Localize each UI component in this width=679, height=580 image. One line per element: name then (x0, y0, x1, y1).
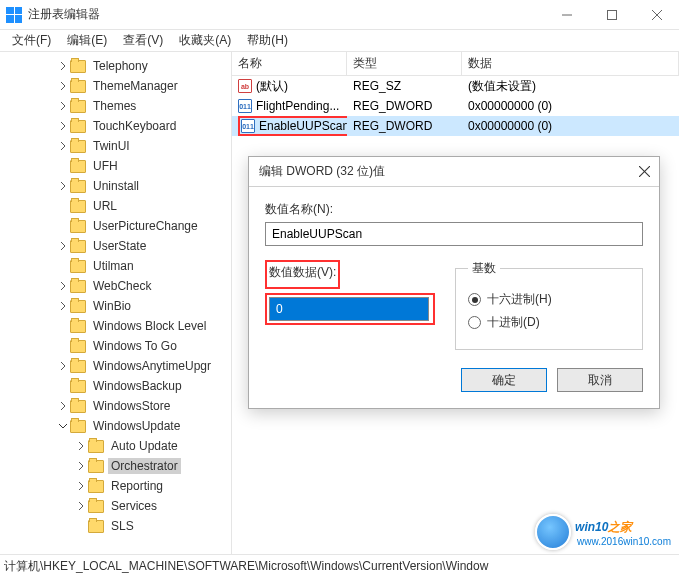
col-data[interactable]: 数据 (462, 52, 679, 75)
tree-item[interactable]: UserPictureChange (0, 216, 231, 236)
folder-icon (88, 500, 104, 513)
folder-icon (70, 180, 86, 193)
chevron-right-icon (56, 339, 70, 353)
tree-item[interactable]: WindowsUpdate (0, 416, 231, 436)
name-label: 数值名称(N): (265, 201, 643, 218)
tree-item[interactable]: WebCheck (0, 276, 231, 296)
dialog-close-button[interactable] (629, 157, 659, 187)
tree-item[interactable]: TouchKeyboard (0, 116, 231, 136)
tree-item-label: Telephony (90, 58, 151, 74)
data-input[interactable] (269, 297, 429, 321)
tree-item-label: SLS (108, 518, 137, 534)
list-row[interactable]: ab(默认)REG_SZ(数值未设置) (232, 76, 679, 96)
status-bar: 计算机\HKEY_LOCAL_MACHINE\SOFTWARE\Microsof… (0, 554, 679, 578)
tree-item-label: UserState (90, 238, 149, 254)
folder-icon (88, 520, 104, 533)
base-fieldset: 基数 十六进制(H) 十进制(D) (455, 260, 643, 350)
tree-item-label: UFH (90, 158, 121, 174)
chevron-right-icon[interactable] (56, 179, 70, 193)
col-type[interactable]: 类型 (347, 52, 462, 75)
tree-item-label: Windows Block Level (90, 318, 209, 334)
watermark-logo-icon (535, 514, 571, 550)
name-input[interactable] (265, 222, 643, 246)
maximize-button[interactable] (589, 0, 634, 30)
value-dword-icon: 011 (241, 119, 255, 133)
tree-item[interactable]: UserState (0, 236, 231, 256)
cancel-button[interactable]: 取消 (557, 368, 643, 392)
folder-icon (70, 360, 86, 373)
window-title: 注册表编辑器 (28, 6, 544, 23)
chevron-right-icon (56, 219, 70, 233)
tree-item[interactable]: Telephony (0, 56, 231, 76)
tree-item-label: Uninstall (90, 178, 142, 194)
tree-item[interactable]: UFH (0, 156, 231, 176)
ok-button[interactable]: 确定 (461, 368, 547, 392)
chevron-right-icon[interactable] (56, 139, 70, 153)
list-row[interactable]: 011EnableUUPScanREG_DWORD0x00000000 (0) (232, 116, 679, 136)
cell-data: (数值未设置) (462, 78, 679, 95)
close-button[interactable] (634, 0, 679, 30)
chevron-right-icon[interactable] (56, 59, 70, 73)
cell-type: REG_SZ (347, 79, 462, 93)
chevron-right-icon[interactable] (74, 499, 88, 513)
chevron-right-icon[interactable] (56, 359, 70, 373)
tree-item[interactable]: Reporting (0, 476, 231, 496)
tree-item[interactable]: Themes (0, 96, 231, 116)
chevron-right-icon[interactable] (74, 439, 88, 453)
radio-dec[interactable]: 十进制(D) (468, 314, 630, 331)
chevron-right-icon[interactable] (56, 79, 70, 93)
tree-item-label: TwinUI (90, 138, 133, 154)
tree-item-label: WinBio (90, 298, 134, 314)
tree-item[interactable]: WinBio (0, 296, 231, 316)
chevron-right-icon[interactable] (74, 459, 88, 473)
value-string-icon: ab (238, 79, 252, 93)
cell-name: 011FlightPending... (232, 99, 347, 113)
tree-item[interactable]: ThemeManager (0, 76, 231, 96)
tree-item[interactable]: URL (0, 196, 231, 216)
tree-item-label: Reporting (108, 478, 166, 494)
radio-hex-icon (468, 293, 481, 306)
folder-icon (70, 420, 86, 433)
chevron-right-icon[interactable] (56, 99, 70, 113)
chevron-right-icon (56, 259, 70, 273)
chevron-down-icon[interactable] (56, 419, 70, 433)
chevron-right-icon[interactable] (74, 479, 88, 493)
tree-item[interactable]: Windows To Go (0, 336, 231, 356)
col-name[interactable]: 名称 (232, 52, 347, 75)
menu-file[interactable]: 文件(F) (4, 30, 59, 51)
tree-item[interactable]: WindowsStore (0, 396, 231, 416)
menu-favorites[interactable]: 收藏夹(A) (171, 30, 239, 51)
tree-panel[interactable]: TelephonyThemeManagerThemesTouchKeyboard… (0, 52, 232, 554)
minimize-button[interactable] (544, 0, 589, 30)
radio-hex[interactable]: 十六进制(H) (468, 291, 630, 308)
tree-item[interactable]: Windows Block Level (0, 316, 231, 336)
tree-item[interactable]: TwinUI (0, 136, 231, 156)
tree-item[interactable]: Services (0, 496, 231, 516)
tree-item-label: Utilman (90, 258, 137, 274)
chevron-right-icon[interactable] (56, 119, 70, 133)
title-bar: 注册表编辑器 (0, 0, 679, 30)
tree-item[interactable]: SLS (0, 516, 231, 536)
tree-item[interactable]: Utilman (0, 256, 231, 276)
list-row[interactable]: 011FlightPending...REG_DWORD0x00000000 (… (232, 96, 679, 116)
chevron-right-icon[interactable] (56, 299, 70, 313)
chevron-right-icon[interactable] (56, 239, 70, 253)
menu-edit[interactable]: 编辑(E) (59, 30, 115, 51)
folder-icon (70, 280, 86, 293)
list-header: 名称 类型 数据 (232, 52, 679, 76)
tree-item[interactable]: Uninstall (0, 176, 231, 196)
dialog-title: 编辑 DWORD (32 位)值 (259, 163, 385, 180)
menu-view[interactable]: 查看(V) (115, 30, 171, 51)
tree-item-label: Windows To Go (90, 338, 180, 354)
dialog-title-bar[interactable]: 编辑 DWORD (32 位)值 (249, 157, 659, 187)
chevron-right-icon[interactable] (56, 399, 70, 413)
tree-item[interactable]: Orchestrator (0, 456, 231, 476)
folder-icon (88, 460, 104, 473)
tree-item[interactable]: WindowsAnytimeUpgr (0, 356, 231, 376)
app-icon (6, 7, 22, 23)
chevron-right-icon[interactable] (56, 279, 70, 293)
base-legend: 基数 (468, 260, 500, 277)
tree-item[interactable]: WindowsBackup (0, 376, 231, 396)
menu-help[interactable]: 帮助(H) (239, 30, 296, 51)
tree-item[interactable]: Auto Update (0, 436, 231, 456)
